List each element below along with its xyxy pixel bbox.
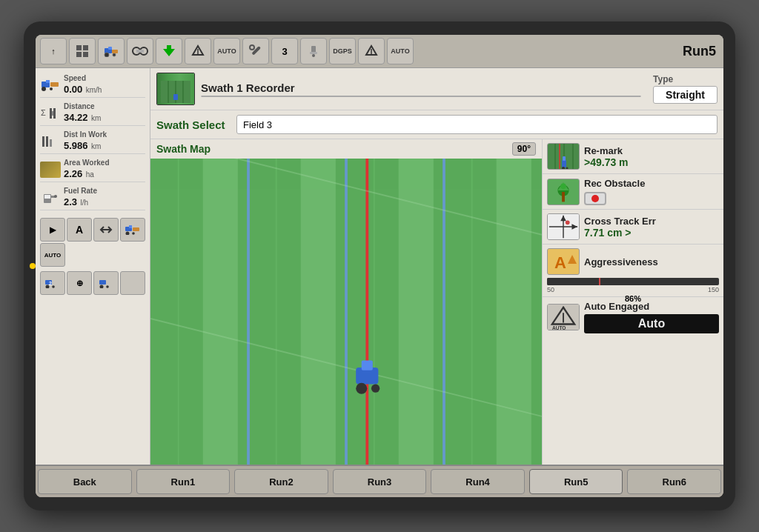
svg-text:A: A	[554, 253, 566, 272]
auto-badge-1[interactable]: AUTO	[213, 38, 240, 64]
svg-text:2: 2	[49, 281, 52, 286]
svg-rect-11	[136, 50, 144, 53]
nav-run3-button[interactable]: Run3	[333, 469, 427, 494]
num3-badge[interactable]: 3	[271, 38, 298, 64]
aggr-percent: 86%	[547, 294, 719, 303]
svg-rect-18	[310, 52, 317, 54]
auto-badge-2[interactable]: AUTO	[387, 38, 414, 64]
aggr-marker	[599, 278, 600, 285]
svg-rect-1	[83, 45, 88, 50]
svg-rect-31	[42, 136, 44, 147]
swath-map[interactable]	[150, 159, 542, 465]
play-button[interactable]: ▶	[40, 218, 65, 242]
cross-track-value: 7.71 cm >	[584, 227, 719, 239]
dist-work-text: Dist In Work 5.986 km	[64, 130, 145, 152]
aggr-bar-fill	[547, 278, 599, 285]
svg-point-49	[106, 285, 109, 288]
nav-run2-button[interactable]: Run2	[234, 469, 328, 494]
svg-rect-79	[562, 160, 566, 167]
tractor-icon[interactable]	[98, 38, 125, 64]
empty-button[interactable]	[120, 271, 145, 295]
svg-point-37	[54, 195, 57, 198]
target-button[interactable]: ⊕	[67, 271, 92, 295]
svg-rect-39	[129, 225, 132, 228]
type-section: Type Straight	[653, 74, 717, 104]
usb-icon[interactable]	[300, 38, 327, 64]
download-arrow-icon[interactable]	[156, 38, 182, 64]
wrench-icon[interactable]	[242, 38, 269, 64]
svg-point-41	[132, 232, 135, 235]
nav-triangle-icon[interactable]	[358, 38, 385, 64]
svg-point-24	[42, 87, 46, 91]
grid-icon[interactable]	[69, 38, 96, 64]
swath-recorder-thumb	[156, 73, 195, 105]
area-thumb	[40, 162, 61, 178]
svg-rect-8	[112, 50, 118, 53]
auto-label-btn[interactable]: AUTO	[40, 243, 65, 267]
rec-obs-info: Rec Obstacle	[584, 178, 719, 205]
svg-rect-80	[563, 156, 566, 161]
aggr-header: A Aggressiveness	[547, 248, 719, 275]
svg-rect-26	[50, 82, 59, 87]
tractor4-button[interactable]	[93, 271, 119, 295]
tractor2-button[interactable]	[120, 218, 145, 242]
svg-point-82	[566, 167, 569, 170]
dist-in-work-stat: Dist In Work 5.986 km	[40, 129, 145, 154]
svg-point-7	[113, 53, 116, 56]
aggr-bar-bg	[547, 278, 719, 285]
auto-engaged-row: AUTO Auto Engaged Auto	[543, 297, 723, 337]
led-indicator	[30, 263, 36, 269]
auto-display[interactable]: Auto	[584, 314, 719, 333]
device-frame: ↑	[24, 21, 735, 511]
right-panel: Swath 1 Recorder Type Straight Swath Sel…	[150, 68, 723, 465]
cross-track-info: Cross Track Err 7.71 cm >	[584, 216, 719, 239]
svg-rect-15	[251, 46, 261, 56]
nav-run6-button[interactable]: Run6	[627, 469, 721, 494]
svg-point-93	[566, 220, 570, 225]
svg-marker-12	[163, 45, 175, 56]
nav-run4-button[interactable]: Run4	[431, 469, 525, 494]
gps-triangle-icon[interactable]	[185, 38, 211, 64]
area-text: Area Worked 2.26 ha	[64, 159, 145, 180]
distance-stat: Σ Distance 34.22 km	[40, 101, 145, 126]
swath-map-header: Swath Map 90°	[150, 139, 542, 159]
swath-recorder-row: Swath 1 Recorder Type Straight	[150, 68, 723, 110]
aggr-labels: 50 150	[547, 286, 719, 293]
swath-map-angle[interactable]: 90°	[512, 142, 536, 156]
fuel-text: Fuel Rate 2.3 l/h	[64, 187, 145, 208]
chain-icon[interactable]	[127, 38, 153, 64]
tractor3-button[interactable]: 2	[40, 271, 65, 295]
svg-text:AUTO: AUTO	[552, 325, 566, 330]
swath-select-input[interactable]: Field 3	[236, 115, 717, 134]
up-arrow-icon[interactable]: ↑	[40, 38, 67, 64]
svg-rect-42	[133, 227, 139, 231]
svg-point-40	[126, 232, 130, 236]
type-value[interactable]: Straight	[653, 86, 717, 104]
area-worked-stat: Area Worked 2.26 ha	[40, 157, 145, 182]
svg-rect-0	[76, 45, 82, 50]
svg-text:Σ: Σ	[41, 108, 46, 117]
speed-stat: Speed 0.00 km/h	[40, 73, 145, 98]
svg-point-6	[105, 53, 109, 57]
nav-run1-button[interactable]: Run1	[136, 469, 231, 494]
svg-rect-3	[83, 52, 88, 57]
nav-back-button[interactable]: Back	[38, 469, 132, 494]
distance-value: 34.22 km	[64, 110, 145, 124]
dgps-badge[interactable]: DGPS	[329, 38, 356, 64]
speed-value: 0.00 km/h	[64, 82, 145, 96]
svg-rect-2	[76, 52, 82, 57]
arrows-button[interactable]	[93, 218, 119, 242]
aggr-bar-container: 50 150 86%	[547, 278, 719, 293]
remark-thumb	[547, 143, 580, 170]
remark-value: >49.73 m	[584, 156, 719, 168]
rec-button[interactable]	[584, 192, 606, 205]
svg-rect-33	[50, 139, 52, 147]
font-a-button[interactable]: A	[67, 218, 92, 242]
swath-select-row: Swath Select Field 3	[150, 110, 723, 139]
swath-recorder-bar[interactable]	[201, 96, 641, 97]
dist-work-value: 5.986 km	[64, 139, 145, 152]
nav-run5-button[interactable]: Run5	[529, 469, 623, 494]
svg-rect-54	[173, 94, 178, 100]
svg-point-72	[356, 383, 367, 394]
rec-dot	[591, 195, 599, 202]
